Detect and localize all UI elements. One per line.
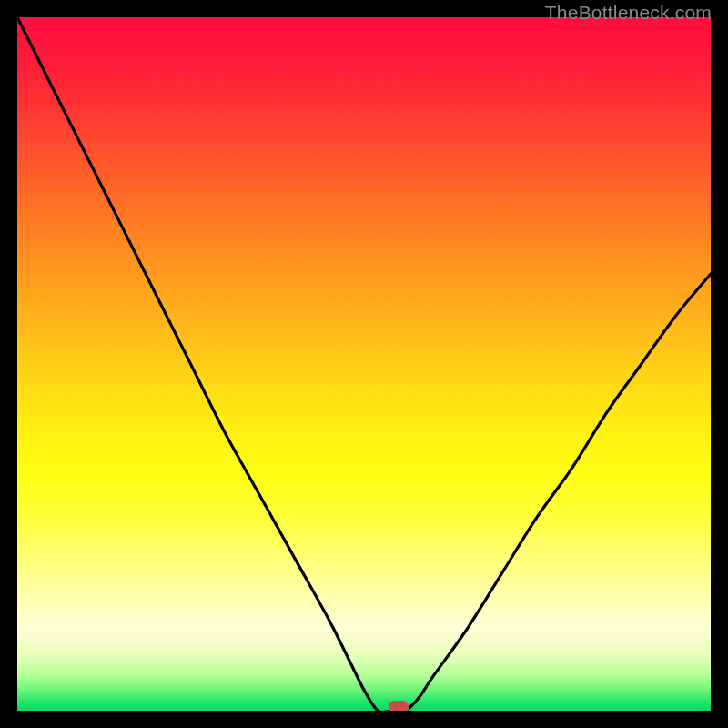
- curve-layer: [17, 17, 711, 711]
- optimal-point-marker: [389, 701, 409, 711]
- bottleneck-curve: [17, 17, 711, 711]
- plot-area: [17, 17, 711, 711]
- chart-frame: TheBottleneck.com: [0, 0, 728, 728]
- watermark-label: TheBottleneck.com: [545, 2, 712, 24]
